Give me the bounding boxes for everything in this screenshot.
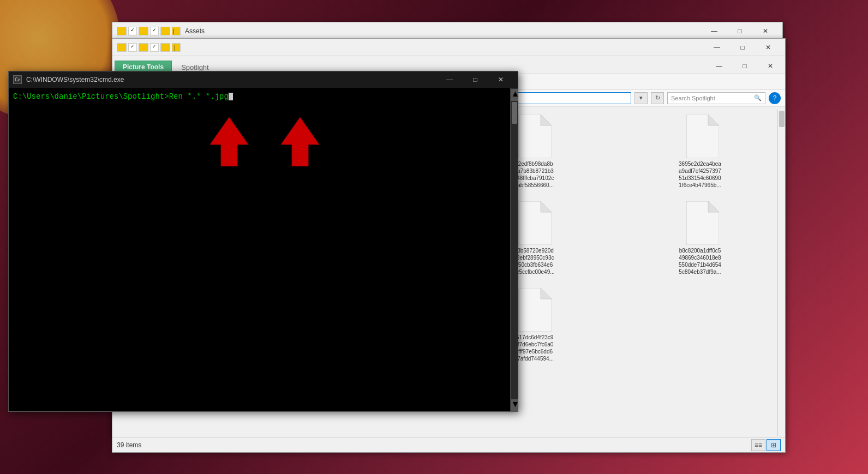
separator: |: [172, 27, 181, 35]
search-icon: 🔍: [754, 94, 762, 101]
file-item[interactable]: 3695e2d2ea4beaa9adf7ef425739751d33154c60…: [620, 112, 780, 191]
list-view-button[interactable]: ≡≡: [751, 439, 765, 451]
view-buttons: ≡≡ ⊞: [751, 439, 781, 451]
cmd-title: C:\WINDOWS\system32\cmd.exe: [26, 76, 437, 83]
separator-tb: |: [172, 43, 181, 52]
folder-icon-tb3: [160, 43, 170, 52]
file-name: 3695e2d2ea4beaa9adf7ef425739751d33154c60…: [679, 160, 721, 189]
file-icon: [681, 201, 719, 245]
titlebar-controls: — □ ✕: [704, 40, 781, 55]
cmd-close-button[interactable]: ✕: [488, 72, 513, 87]
cmd-titlebar: C> C:\WINDOWS\system32\cmd.exe — □ ✕: [9, 71, 518, 88]
cmd-prompt: C:\Users\danie\Pictures\Spotlight>Ren *.…: [13, 92, 229, 101]
checkmark-icon2: ✓: [150, 27, 159, 35]
explorer-bg-title: Assets: [185, 27, 702, 35]
titlebar-icons: ✓ ✓ |: [117, 43, 181, 52]
folder-icon-small: [117, 27, 127, 35]
checkmark-icon: ✓: [128, 27, 137, 35]
search-spotlight-label: Search Spotlight: [671, 95, 715, 101]
svg-marker-13: [541, 201, 552, 212]
arrow-right: [281, 117, 319, 169]
file-icon: [513, 201, 552, 245]
refresh-button[interactable]: ↻: [651, 92, 664, 104]
tiles-view-button[interactable]: ⊞: [767, 439, 781, 451]
cmd-cursor: [229, 93, 233, 100]
scrollbar-thumb[interactable]: [779, 111, 785, 127]
file-icon: [513, 288, 552, 332]
search-bar[interactable]: Search Spotlight 🔍: [667, 92, 765, 104]
help-button[interactable]: ?: [769, 92, 781, 104]
check-icon-tb: ✓: [128, 43, 137, 52]
cmd-maximize-button[interactable]: □: [463, 72, 488, 87]
cmd-controls: — □ ✕: [437, 72, 513, 87]
minimize-button[interactable]: —: [704, 40, 729, 55]
status-count: 39 items: [117, 441, 141, 449]
svg-marker-7: [708, 115, 719, 125]
cmd-minimize-button[interactable]: —: [437, 72, 462, 87]
close-button[interactable]: ✕: [756, 40, 781, 55]
svg-marker-21: [541, 288, 552, 299]
scrollbar-up-btn[interactable]: ▲: [511, 89, 518, 101]
cmd-scroll-thumb[interactable]: [512, 102, 517, 124]
check-icon-tb2: ✓: [150, 43, 159, 52]
explorer-titlebar: ✓ ✓ | — □ ✕: [112, 39, 785, 56]
explorer-statusbar: 39 items ≡≡ ⊞: [112, 437, 785, 452]
maximize-button[interactable]: □: [730, 40, 755, 55]
file-icon: [513, 115, 552, 158]
svg-marker-5: [541, 115, 552, 125]
file-item[interactable]: b8c8200a1dff0c549869c346018e8550dde71b4d…: [620, 199, 780, 278]
vertical-scrollbar[interactable]: [777, 110, 785, 436]
ribbon-maximize-btn[interactable]: □: [732, 58, 757, 74]
minimize-button-bg[interactable]: —: [702, 23, 727, 39]
close-button-bg[interactable]: ✕: [753, 23, 778, 39]
ribbon-minimize-btn[interactable]: —: [707, 58, 732, 74]
svg-marker-23: [281, 117, 319, 166]
file-name: b8c8200a1dff0c549869c346018e8550dde71b4d…: [679, 247, 721, 275]
folder-icon-small2: [139, 27, 148, 35]
arrow-left: [210, 117, 248, 169]
folder-icon-tb2: [139, 43, 148, 52]
cmd-icon-label: C>: [15, 77, 20, 82]
svg-marker-22: [210, 117, 248, 166]
scrollbar-down-btn[interactable]: ▼: [511, 399, 518, 411]
maximize-button-bg[interactable]: □: [727, 23, 752, 39]
ribbon-close-btn[interactable]: ✕: [758, 58, 783, 74]
svg-marker-15: [708, 201, 719, 212]
cmd-icon: C>: [13, 75, 22, 84]
folder-icon-small3: [160, 27, 170, 35]
folder-icon-tb: [117, 43, 127, 52]
file-icon: [681, 115, 719, 158]
cmd-scrollbar[interactable]: ▲ ▼: [510, 88, 518, 411]
dropdown-button[interactable]: ▾: [634, 92, 648, 104]
arrows-container: [210, 117, 319, 169]
